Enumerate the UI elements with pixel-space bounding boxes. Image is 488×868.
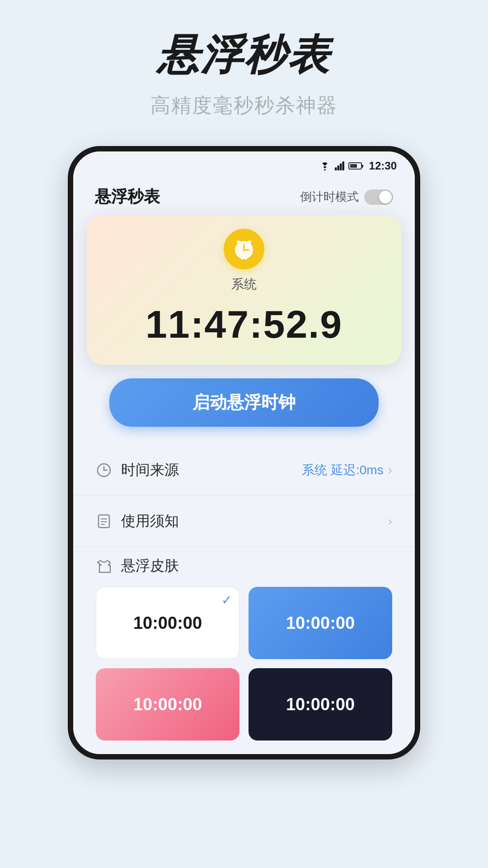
svg-point-9 [237, 241, 240, 243]
skin-grid: ✓ 10:00:00 10:00:00 10:00:00 10:00:00 [96, 587, 392, 741]
clock-small-icon [96, 462, 112, 478]
start-button-wrapper: 启动悬浮时钟 [73, 365, 415, 440]
instructions-label: 使用须知 [121, 511, 179, 531]
time-display: 11:47:52.9 [145, 302, 343, 347]
settings-left-1: 时间来源 [96, 460, 179, 480]
page-title: 悬浮秒表 [157, 27, 331, 83]
skin-label: 悬浮皮肤 [121, 556, 179, 576]
status-time: 12:30 [369, 160, 397, 172]
svg-rect-1 [335, 167, 337, 170]
alarm-clock-icon [231, 236, 257, 262]
start-button[interactable]: 启动悬浮时钟 [109, 378, 379, 427]
time-source-value: 系统 延迟:0ms [302, 462, 383, 479]
wifi-icon [319, 161, 331, 171]
countdown-mode: 倒计时模式 [300, 189, 393, 205]
system-label: 系统 [231, 276, 257, 293]
status-bar: 12:30 [73, 151, 415, 177]
battery-icon [348, 162, 362, 170]
app-background: 悬浮秒表 高精度毫秒秒杀神器 [0, 0, 488, 760]
floating-card: 系统 11:47:52.9 [87, 215, 401, 365]
clock-icon-wrapper [224, 229, 264, 269]
countdown-label: 倒计时模式 [300, 189, 359, 205]
skin-card-dark[interactable]: 10:00:00 [249, 668, 392, 741]
phone-mockup: 12:30 悬浮秒表 倒计时模式 [68, 146, 420, 760]
skin-card-white[interactable]: ✓ 10:00:00 [96, 587, 239, 659]
svg-rect-12 [244, 258, 247, 259]
svg-rect-11 [241, 258, 244, 259]
skin-card-blue[interactable]: 10:00:00 [249, 587, 392, 659]
settings-right-1: 系统 延迟:0ms › [302, 462, 392, 479]
time-source-label: 时间来源 [121, 460, 179, 480]
skin-section: 悬浮皮肤 ✓ 10:00:00 10:00:00 10:00:00 [73, 547, 415, 754]
app-header-title: 悬浮秒表 [95, 186, 160, 208]
skin-time-dark: 10:00:00 [286, 695, 355, 714]
doc-icon [96, 513, 112, 529]
settings-right-2: › [388, 514, 392, 528]
svg-rect-3 [340, 164, 342, 170]
settings-list: 时间来源 系统 延迟:0ms › 使用须知 [73, 440, 415, 547]
svg-point-0 [324, 169, 326, 171]
skin-time-blue: 10:00:00 [286, 613, 355, 633]
skin-label-row: 悬浮皮肤 [96, 556, 392, 576]
svg-point-10 [248, 241, 251, 243]
svg-rect-4 [342, 161, 344, 170]
countdown-toggle[interactable] [364, 189, 393, 205]
selected-checkmark: ✓ [221, 593, 232, 608]
skin-time-white: 10:00:00 [133, 613, 202, 633]
time-source-item[interactable]: 时间来源 系统 延迟:0ms › [73, 445, 415, 496]
settings-left-2: 使用须知 [96, 511, 179, 531]
svg-rect-2 [337, 165, 339, 170]
svg-point-13 [243, 249, 245, 251]
page-subtitle: 高精度毫秒秒杀神器 [150, 92, 338, 119]
status-icons [319, 161, 362, 171]
shirt-icon [96, 558, 112, 574]
chevron-right-icon-2: › [388, 514, 392, 528]
signal-icon [335, 161, 345, 171]
toggle-knob [379, 191, 392, 203]
instructions-item[interactable]: 使用须知 › [73, 496, 415, 547]
chevron-right-icon-1: › [388, 463, 392, 477]
skin-time-pink: 10:00:00 [133, 695, 202, 714]
skin-card-pink[interactable]: 10:00:00 [96, 668, 239, 741]
app-header: 悬浮秒表 倒计时模式 [73, 177, 415, 215]
